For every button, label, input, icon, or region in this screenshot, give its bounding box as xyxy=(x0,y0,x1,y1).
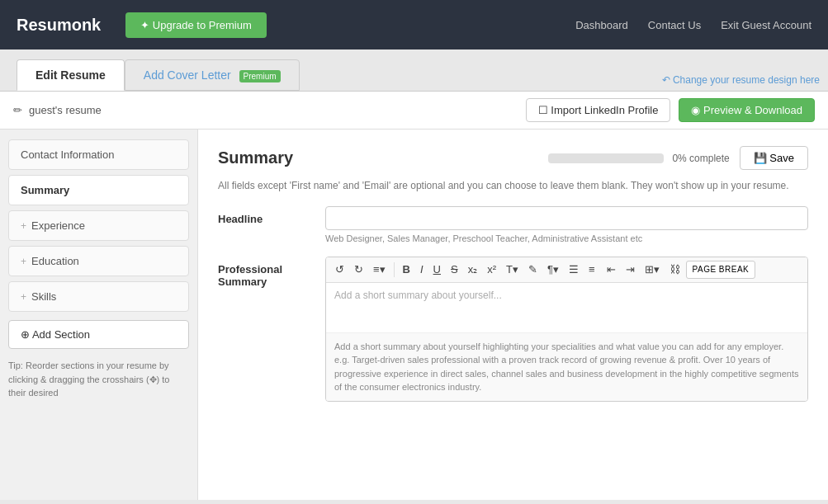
premium-badge: Premium xyxy=(239,70,281,82)
rte-align-button[interactable]: ≡▾ xyxy=(369,261,390,279)
main-content: Summary 0% complete 💾 Save All fields ex… xyxy=(198,130,828,500)
tab-edit-resume[interactable]: Edit Resume xyxy=(17,59,125,91)
rte-italic-button[interactable]: I xyxy=(416,261,428,279)
rte-separator-1 xyxy=(394,262,395,277)
rte-list-ol-button[interactable]: ☰ xyxy=(565,261,583,279)
save-button[interactable]: 💾 Save xyxy=(740,146,808,170)
pencil-icon: ✏ xyxy=(13,104,22,116)
headline-input[interactable] xyxy=(325,206,808,230)
headline-hint: Web Designer, Sales Manager, Preschool T… xyxy=(325,233,808,243)
helper-text: All fields except 'First name' and 'Emai… xyxy=(218,178,808,193)
header: Resumonk ✦ Upgrade to Premium Dashboard … xyxy=(0,0,828,49)
professional-summary-label: Professional Summary xyxy=(218,257,325,402)
add-section-button[interactable]: ⊕ Add Section xyxy=(8,320,189,349)
rte-page-break-button[interactable]: PAGE BREAK xyxy=(686,261,756,279)
sidebar-item-experience[interactable]: + Experience xyxy=(8,210,189,241)
skills-plus-icon: + xyxy=(21,291,26,303)
dashboard-link[interactable]: Dashboard xyxy=(575,19,628,31)
experience-label: Experience xyxy=(31,219,85,232)
experience-plus-icon: + xyxy=(21,220,26,232)
progress-bar-wrap: 0% complete xyxy=(548,153,729,164)
rte-redo-button[interactable]: ↻ xyxy=(350,261,367,279)
sidebar-tip: Tip: Reorder sections in your resume by … xyxy=(8,359,189,400)
summary-label: Summary xyxy=(21,184,69,196)
change-design-link[interactable]: ↶ Change your resume design here xyxy=(662,74,820,86)
rte-indent-left-button[interactable]: ⇤ xyxy=(603,261,620,279)
sidebar-item-contact-information[interactable]: Contact Information xyxy=(8,139,189,170)
resume-bar: ✏ guest's resume ☐ Import LinkedIn Profi… xyxy=(0,92,828,130)
upgrade-button[interactable]: ✦ Upgrade to Premium xyxy=(125,12,267,38)
rte-highlight-button[interactable]: ✎ xyxy=(524,261,542,279)
progress-text: 0% complete xyxy=(672,153,729,164)
resume-name: guest's resume xyxy=(29,104,102,116)
rte-link-button[interactable]: ⛓ xyxy=(665,261,684,279)
rte-font-button[interactable]: T▾ xyxy=(502,261,523,279)
sidebar-item-education[interactable]: + Education xyxy=(8,246,189,276)
contact-information-label: Contact Information xyxy=(21,148,114,161)
rte-body[interactable]: Add a short summary about yourself... xyxy=(326,283,807,332)
professional-summary-control: ↺ ↻ ≡▾ B I U S x₂ x² T▾ ✎ ¶▾ xyxy=(325,257,808,402)
rte-undo-button[interactable]: ↺ xyxy=(331,261,348,279)
rte-toolbar: ↺ ↻ ≡▾ B I U S x₂ x² T▾ ✎ ¶▾ xyxy=(326,257,807,283)
headline-field-row: Headline Web Designer, Sales Manager, Pr… xyxy=(218,206,808,243)
education-plus-icon: + xyxy=(21,256,26,267)
sidebar: Contact Information Summary + Experience… xyxy=(0,130,198,500)
content-area: Contact Information Summary + Experience… xyxy=(0,130,828,500)
skills-label: Skills xyxy=(31,290,56,303)
professional-summary-field-row: Professional Summary ↺ ↻ ≡▾ B I U S x₂ xyxy=(218,257,808,402)
section-header: Summary 0% complete 💾 Save xyxy=(218,146,808,170)
headline-control: Web Designer, Sales Manager, Preschool T… xyxy=(325,206,808,243)
rte-underline-button[interactable]: U xyxy=(429,261,445,279)
rte-placeholder: Add a short summary about yourself... xyxy=(334,290,502,301)
rte-suggestion: Add a short summary about yourself highl… xyxy=(326,332,807,401)
rte-list-ul-button[interactable]: ≡ xyxy=(584,261,599,279)
education-label: Education xyxy=(31,255,79,267)
rte-subscript-button[interactable]: x₂ xyxy=(464,261,482,279)
resume-bar-actions: ☐ Import LinkedIn Profile ◉ Preview & Do… xyxy=(526,98,815,122)
rte-table-button[interactable]: ⊞▾ xyxy=(641,261,664,279)
contact-us-link[interactable]: Contact Us xyxy=(648,19,701,31)
tabs-row: Edit Resume Add Cover Letter Premium ↶ C… xyxy=(0,49,828,91)
tab-add-cover-letter[interactable]: Add Cover Letter Premium xyxy=(125,59,300,91)
rte-indent-right-button[interactable]: ⇥ xyxy=(622,261,639,279)
rte-bold-button[interactable]: B xyxy=(399,261,414,279)
progress-bar-bg xyxy=(548,153,664,163)
sidebar-item-skills[interactable]: + Skills xyxy=(8,281,189,312)
rte-editor: ↺ ↻ ≡▾ B I U S x₂ x² T▾ ✎ ¶▾ xyxy=(325,257,808,402)
sidebar-item-summary[interactable]: Summary xyxy=(8,175,189,205)
exit-account-link[interactable]: Exit Guest Account xyxy=(721,19,811,31)
section-title: Summary xyxy=(218,148,548,167)
header-nav: Dashboard Contact Us Exit Guest Account xyxy=(575,19,811,31)
resume-title: ✏ guest's resume xyxy=(13,104,526,116)
preview-download-button[interactable]: ◉ Preview & Download xyxy=(679,98,815,122)
brand-logo: Resumonk xyxy=(17,16,101,35)
rte-superscript-button[interactable]: x² xyxy=(483,261,500,279)
main-area: ✏ guest's resume ☐ Import LinkedIn Profi… xyxy=(0,91,828,500)
rte-paragraph-button[interactable]: ¶▾ xyxy=(543,261,563,279)
headline-label: Headline xyxy=(218,206,325,243)
rte-strikethrough-button[interactable]: S xyxy=(447,261,462,279)
import-linkedin-button[interactable]: ☐ Import LinkedIn Profile xyxy=(526,98,671,122)
